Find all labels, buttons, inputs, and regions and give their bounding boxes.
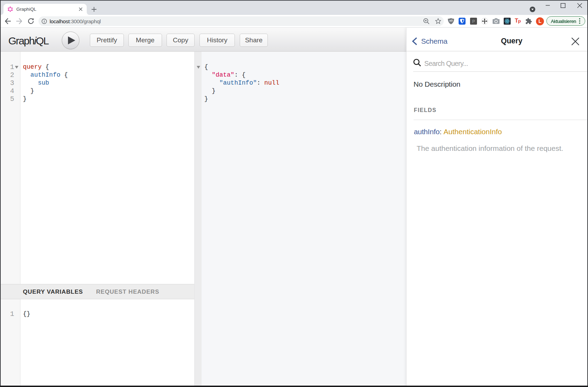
svg-text:P: P (472, 19, 475, 24)
svg-text:uO: uO (449, 19, 453, 22)
